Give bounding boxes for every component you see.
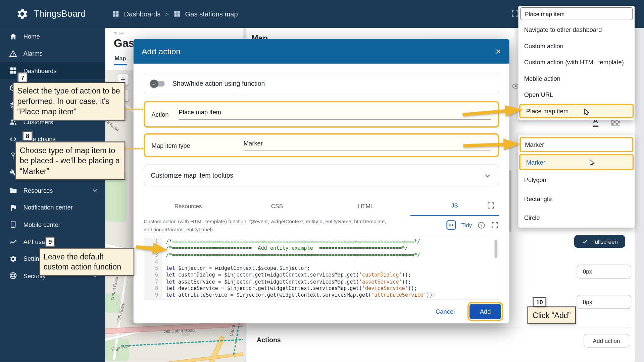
toggle-thumb: – xyxy=(150,79,158,87)
line-number: 10 xyxy=(144,299,162,300)
code-line: 3/*=====================================… xyxy=(144,252,499,258)
dialog-body: – Show/hide action using function Action… xyxy=(134,64,509,300)
dropdown-option-mobile-action[interactable]: Mobile action xyxy=(518,70,635,86)
dropdown-option-rectangle[interactable]: Rectangle xyxy=(518,189,635,208)
action-field-input[interactable]: Place map item xyxy=(179,109,491,120)
dropdown-option-polygon[interactable]: Polygon xyxy=(518,170,635,189)
customize-tooltips-section[interactable]: Customize map item tooltips xyxy=(144,165,499,186)
function-signature: Custom action (with HTML template) funct… xyxy=(144,218,446,234)
close-icon[interactable]: × xyxy=(496,47,501,56)
line-number: 7 xyxy=(144,279,162,285)
customize-tooltips-label: Customize map item tooltips xyxy=(151,172,233,179)
dialog-header: Add action × xyxy=(134,39,509,63)
sidebar-item-mobile-center[interactable]: Mobile center xyxy=(0,216,105,233)
thingsboard-logo-icon xyxy=(16,7,29,20)
map-item-type-dropdown: MarkerPolygonRectangleCircle xyxy=(518,135,635,228)
action-search-input[interactable] xyxy=(521,7,633,20)
tab-html[interactable]: HTML xyxy=(321,196,410,216)
code-line: 10 xyxy=(144,299,499,300)
callout-7: Select the type of action to be performe… xyxy=(13,82,125,121)
cursor-icon xyxy=(587,159,595,167)
brand: ThingsBoard xyxy=(0,7,86,20)
sidebar-item-notification-center[interactable]: Notification center xyxy=(0,199,105,216)
breadcrumb-dashboards[interactable]: Dashboards xyxy=(124,10,161,18)
code-text: let customDialog = $injector.get(widgetC… xyxy=(162,272,411,279)
editor-fullscreen-icon[interactable] xyxy=(491,221,499,229)
dropdown-option-open-url[interactable]: Open URL xyxy=(518,86,635,103)
panel-scrollbar[interactable] xyxy=(509,170,511,232)
spacing-field-2[interactable]: 8px xyxy=(577,295,631,309)
callout-8-connector xyxy=(125,148,143,149)
spacing-field-1[interactable]: 0px xyxy=(577,264,631,279)
code-text: /*======================================… xyxy=(162,252,420,258)
dropdown-option-circle[interactable]: Circle xyxy=(518,208,635,227)
tidy-button[interactable]: Tidy xyxy=(461,222,472,229)
code-line: 1/*=====================================… xyxy=(144,238,499,245)
tab-css[interactable]: CSS xyxy=(233,196,321,216)
toolbar-expand-icon[interactable] xyxy=(511,9,519,17)
code-text: let deviceService = $injector.get(widget… xyxy=(162,285,417,292)
line-number: 9 xyxy=(144,292,162,299)
function-signature-line2: additionalParams, entityLabel) xyxy=(144,226,446,234)
line-number: 8 xyxy=(144,285,162,292)
function-signature-row: Custom action (with HTML template) funct… xyxy=(144,218,499,236)
dropdown-option-label: Marker xyxy=(526,159,545,166)
sidebar-item-label: Notification center xyxy=(23,204,73,211)
section-divider xyxy=(251,327,631,327)
dropdown-option-place-map-item[interactable]: Place map item xyxy=(519,104,634,118)
show-hide-toggle[interactable]: – xyxy=(151,79,165,87)
sidebar-item-home[interactable]: Home xyxy=(0,28,105,45)
dropdown-option-custom-action-with-html-template[interactable]: Custom action (with HTML template) xyxy=(518,54,635,70)
sidebar-item-label: Alarms xyxy=(23,50,43,57)
line-number: 5 xyxy=(144,265,162,272)
code-text: /*======================================… xyxy=(162,238,420,245)
add-button[interactable]: Add xyxy=(469,304,501,319)
tab-resources[interactable]: Resources xyxy=(144,196,233,216)
widget-title-label: Title* xyxy=(114,31,243,36)
flag-icon xyxy=(9,203,17,212)
cancel-button[interactable]: Cancel xyxy=(431,305,460,318)
add-action-button[interactable]: Add action xyxy=(584,334,629,347)
code-style-button[interactable] xyxy=(446,220,456,230)
callout-9-badge: 9 xyxy=(45,237,55,246)
dropdown-option-custom-action[interactable]: Custom action xyxy=(518,38,635,54)
tab-js[interactable]: JS xyxy=(451,202,458,209)
breadcrumb-separator: > xyxy=(165,10,169,17)
dropdown-option-navigate-to-other-dashboard[interactable]: Navigate to other dashboard xyxy=(518,22,635,38)
code-text: /*========================== Add entity … xyxy=(162,245,408,252)
dropdown-option-label: Circle xyxy=(524,214,540,221)
map-item-type-label: Map item type xyxy=(152,142,244,149)
brand-name: ThingsBoard xyxy=(34,9,86,19)
widget-tab-map[interactable]: Map xyxy=(114,55,127,65)
tab-js-group: JS xyxy=(410,196,499,216)
js-code-editor[interactable]: 1/*=====================================… xyxy=(144,238,499,300)
code-tags-icon xyxy=(448,222,454,228)
help-icon[interactable]: ? xyxy=(477,221,485,229)
map-item-type-input[interactable]: Marker xyxy=(244,140,491,151)
sidebar-item-alarms[interactable]: Alarms xyxy=(0,45,105,62)
globe-icon xyxy=(9,272,17,280)
line-number: 6 xyxy=(144,272,162,279)
callout-8: Choose type of map item to be placed - w… xyxy=(15,141,125,180)
map-road xyxy=(163,352,243,362)
map-item-type-dropdown-input[interactable] xyxy=(519,137,633,152)
editor-tabs: Resources CSS HTML JS xyxy=(144,196,499,216)
dropdown-option-label: Navigate to other dashboard xyxy=(524,26,602,34)
sidebar-item-dashboards[interactable]: Dashboards xyxy=(0,62,105,79)
chart-icon xyxy=(9,238,17,246)
dropdown-option-label: Custom action (with HTML template) xyxy=(524,59,624,66)
map-cycle-route xyxy=(121,339,243,347)
fullscreen-button[interactable]: Fullscreen xyxy=(574,235,625,248)
tabs-fullscreen-icon[interactable] xyxy=(487,201,495,209)
dropdown-option-marker[interactable]: Marker xyxy=(519,154,634,170)
editor-scrollbar[interactable] xyxy=(495,240,498,258)
dropdown-option-label: Polygon xyxy=(524,176,546,183)
alarm-icon xyxy=(9,50,17,58)
code-text xyxy=(162,299,166,300)
code-line: 6let customDialog = $injector.get(widget… xyxy=(144,272,499,279)
add-action-dialog: Add action × – Show/hide action using fu… xyxy=(134,39,509,323)
chevron-down-icon xyxy=(483,171,492,180)
code-line: 4 xyxy=(144,258,499,265)
phone-icon xyxy=(9,221,17,229)
sidebar-item-resources[interactable]: Resources xyxy=(0,182,105,199)
